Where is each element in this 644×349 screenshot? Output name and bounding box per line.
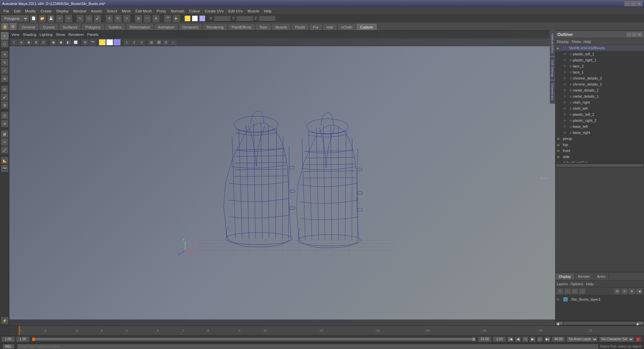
- tab-rendering[interactable]: Rendering: [203, 24, 227, 30]
- menu-edit-uvs[interactable]: Edit UVs: [226, 8, 245, 14]
- vp-flat-btn[interactable]: ◧: [65, 39, 71, 45]
- vp-viewport-2-btn[interactable]: ⊟: [163, 39, 169, 45]
- layer-scroll-thumb[interactable]: [564, 322, 636, 325]
- tab-subdivs[interactable]: Subdivs: [105, 24, 125, 30]
- layer-scroll-left[interactable]: ◀: [556, 322, 563, 325]
- menu-window[interactable]: Window: [71, 8, 88, 14]
- menu-select[interactable]: Select: [105, 8, 119, 14]
- viewport-3d[interactable]: View Shading Lighting Show Renderer Pane…: [9, 31, 555, 326]
- show-manip-btn[interactable]: ⊞: [1, 101, 8, 109]
- menu-proxy[interactable]: Proxy: [155, 8, 168, 14]
- vp-wireframe-btn[interactable]: ▣: [50, 39, 57, 45]
- layer-tab-anim[interactable]: Anim: [594, 273, 609, 280]
- range-playhead[interactable]: [32, 338, 35, 341]
- menu-help[interactable]: Help: [262, 8, 274, 14]
- playback-start-frame[interactable]: [493, 337, 506, 342]
- outliner-item-lace-1[interactable]: ⊙ ○ lace_1: [555, 69, 644, 75]
- select-tool-btn[interactable]: ↖: [1, 32, 8, 40]
- vp-hud-btn[interactable]: ▤: [148, 39, 155, 45]
- lasso-select-btn[interactable]: ⬡: [1, 40, 8, 48]
- vp-smooth-btn[interactable]: ◼: [57, 39, 64, 45]
- layer-move-up-btn[interactable]: ↑: [572, 288, 578, 294]
- quick-select-btn[interactable]: ⚡: [1, 317, 8, 324]
- layer-help-menu[interactable]: Help: [586, 282, 594, 286]
- select-tool-button[interactable]: ↖: [76, 15, 84, 22]
- layer-delete-btn[interactable]: −: [564, 288, 571, 294]
- menu-edit[interactable]: Edit: [12, 8, 22, 14]
- tab-surfaces[interactable]: Surfaces: [59, 24, 81, 30]
- current-frame-input[interactable]: [16, 337, 30, 342]
- outliner-item-default-light-set[interactable]: ⊙ defaultLightSet: [555, 160, 644, 162]
- menu-create-uvs[interactable]: Create UVs: [203, 8, 226, 14]
- move-tool-button[interactable]: ✛: [106, 15, 113, 22]
- z-input[interactable]: [259, 16, 276, 21]
- viewport-renderer-menu[interactable]: Renderer: [68, 33, 84, 37]
- outliner-item-base-right[interactable]: ⊙ ○ base_right: [555, 130, 644, 136]
- layer-settings-btn[interactable]: ⚙: [614, 288, 621, 294]
- outliner-item-metal-details-2[interactable]: ⊙ ○ metal_details_2: [555, 87, 644, 93]
- go-to-end-btn[interactable]: ▶|: [544, 337, 550, 342]
- outliner-hscrollbar[interactable]: [555, 162, 644, 168]
- vp-select-mask-btn[interactable]: ↖: [11, 39, 17, 45]
- timeline-playhead[interactable]: [19, 326, 19, 335]
- rotate-tool-button[interactable]: ↻: [114, 15, 122, 22]
- rotate-btn[interactable]: ↻: [1, 59, 8, 66]
- tab-fluids[interactable]: Fluids: [291, 24, 309, 30]
- outliner-item-plastic-right-2[interactable]: ⊙ ○ plastic_right_2: [555, 117, 644, 123]
- attribute-editor-tab[interactable]: Attribute Editor: [550, 30, 555, 56]
- outliner-minimize-btn[interactable]: ─: [627, 33, 631, 37]
- vp-resolution-3-btn[interactable]: 3: [138, 39, 145, 45]
- outliner-item-side[interactable]: ⊙ side: [555, 154, 644, 160]
- menu-display[interactable]: Display: [54, 8, 70, 14]
- paint-button[interactable]: 🖌: [94, 15, 101, 22]
- y-input[interactable]: [236, 16, 253, 21]
- viewport-lighting-menu[interactable]: Lighting: [40, 33, 53, 37]
- root-item-label[interactable]: SkiFB:ASC032Boots: [569, 46, 605, 50]
- viewport-show-menu[interactable]: Show: [56, 33, 65, 37]
- outliner-help-menu[interactable]: Help: [584, 40, 591, 44]
- menu-create[interactable]: Create: [39, 8, 54, 14]
- prev-frame-btn[interactable]: ◀: [515, 337, 521, 342]
- vp-color-2-btn[interactable]: [106, 39, 113, 45]
- viewport-panels-menu[interactable]: Panels: [87, 33, 99, 37]
- tab-hair[interactable]: Hair: [323, 24, 337, 30]
- outliner-hscroll-thumb[interactable]: [556, 164, 643, 167]
- render-button[interactable]: 🎬: [164, 15, 171, 22]
- soft-select-btn[interactable]: ◎: [1, 85, 8, 93]
- range-start-input[interactable]: [1, 337, 15, 342]
- artisan-btn[interactable]: 🖍: [1, 146, 8, 154]
- close-button[interactable]: ×: [637, 1, 642, 6]
- open-file-button[interactable]: 📂: [39, 15, 46, 22]
- menu-assets[interactable]: Assets: [89, 8, 104, 14]
- menu-modify[interactable]: Modify: [23, 8, 38, 14]
- tab-muscle[interactable]: Muscle: [272, 24, 291, 30]
- layer-tab-render[interactable]: Render: [575, 273, 594, 280]
- layer-item-ski-boots[interactable]: V /Ski_Boots_layer1: [557, 296, 643, 303]
- outliner-maximize-btn[interactable]: □: [632, 33, 637, 37]
- play-forward-btn[interactable]: ▶: [530, 337, 536, 342]
- mel-input[interactable]: [17, 344, 599, 349]
- outliner-item-metal-details-1[interactable]: ⊙ ○ metal_details_1: [555, 93, 644, 99]
- maximize-button[interactable]: □: [631, 1, 636, 6]
- snap-curve-button[interactable]: 〰: [144, 15, 151, 22]
- outliner-item-base-left[interactable]: ⊙ ○ base_left: [555, 123, 644, 130]
- range-end-input-display[interactable]: [478, 337, 491, 342]
- anim-layer-select[interactable]: No Anim Layer: [567, 337, 598, 342]
- vp-isolate-select-btn[interactable]: ◉: [25, 39, 32, 45]
- color-3-button[interactable]: [199, 15, 205, 21]
- save-file-button[interactable]: 💾: [47, 15, 55, 22]
- snap-to-btn[interactable]: ⊛: [1, 120, 8, 127]
- outliner-close-btn[interactable]: ×: [637, 33, 642, 37]
- tab-dynamics[interactable]: Dynamics: [179, 24, 202, 30]
- timeline-ruler[interactable]: 1 2 3 4 5 6 7 8 9 10 12 14 16 18 20 22 2…: [19, 326, 644, 335]
- measure-btn[interactable]: 📐: [1, 157, 8, 164]
- layer-filter-btn[interactable]: ▼: [629, 288, 635, 294]
- x-input[interactable]: [214, 16, 231, 21]
- outliner-item-chrome-details-1[interactable]: ⊙ ○ chrome_details_1: [555, 81, 644, 87]
- vp-frame-selected-btn[interactable]: ⊡: [40, 39, 47, 45]
- outliner-show-menu[interactable]: Show: [572, 40, 581, 44]
- tab-custom[interactable]: Custom: [357, 24, 377, 30]
- outliner-display-menu[interactable]: Display: [557, 40, 569, 44]
- menu-colour[interactable]: Colour: [187, 8, 202, 14]
- snap-grid-button[interactable]: ⊞: [135, 15, 142, 22]
